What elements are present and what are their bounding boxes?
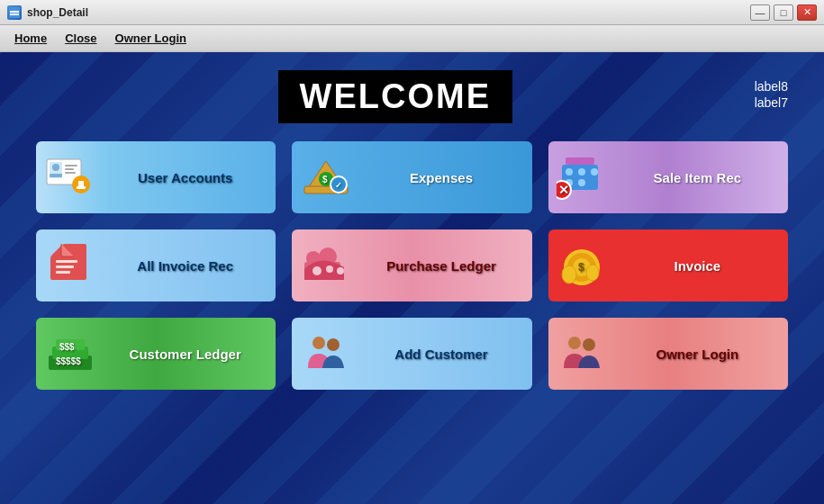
welcome-box: WELCOME (278, 70, 512, 123)
svg-point-23 (591, 168, 598, 176)
svg-rect-30 (56, 271, 70, 274)
svg-point-51 (583, 338, 595, 351)
user-accounts-button[interactable]: User Accounts (36, 141, 276, 213)
label7: label7 (755, 95, 788, 110)
customer-ledger-button[interactable]: $$$ $$$$$ Customer Ledger (36, 318, 276, 390)
window-title: shop_Detail (27, 6, 88, 19)
window-controls: — □ ✕ (750, 4, 817, 21)
menu-owner-login[interactable]: Owner Login (108, 29, 194, 48)
invoice-icon: $ (548, 230, 616, 302)
svg-rect-1 (10, 11, 19, 13)
svg-rect-7 (65, 165, 77, 166)
svg-text:$$$: $$$ (59, 342, 75, 352)
invoice-button[interactable]: $ Invoice (548, 230, 788, 302)
add-customer-label: Add Customer (359, 346, 531, 362)
all-invoice-rec-button[interactable]: All Invoice Rec (36, 230, 276, 302)
svg-rect-9 (65, 172, 76, 174)
add-customer-button[interactable]: Add Customer (292, 318, 531, 390)
button-grid: User Accounts $ ✓ Expenses (0, 132, 824, 399)
svg-point-21 (566, 168, 573, 176)
svg-rect-6 (50, 174, 62, 177)
svg-point-25 (578, 179, 585, 186)
purchase-ledger-button[interactable]: Purchase Ledger (292, 230, 531, 302)
title-bar: shop_Detail — □ ✕ (0, 0, 824, 25)
customer-ledger-icon: $$$ $$$$$ (36, 318, 104, 390)
minimize-button[interactable]: — (750, 4, 770, 21)
svg-point-48 (312, 337, 325, 349)
user-accounts-icon (36, 141, 104, 213)
purchase-ledger-label: Purchase Ledger (359, 258, 531, 274)
svg-point-50 (568, 337, 581, 349)
expenses-button[interactable]: $ ✓ Expenses (292, 141, 531, 213)
svg-text:$: $ (578, 261, 584, 274)
user-accounts-label: User Accounts (104, 170, 276, 185)
svg-rect-8 (65, 168, 74, 170)
svg-text:$: $ (322, 175, 328, 184)
svg-rect-28 (56, 260, 77, 263)
svg-point-42 (586, 265, 599, 281)
all-invoice-icon (36, 230, 104, 302)
owner-login-button[interactable]: Owner Login (548, 318, 788, 390)
menu-home[interactable]: Home (7, 29, 54, 48)
svg-text:✕: ✕ (558, 183, 569, 197)
invoice-label: Invoice (616, 258, 788, 274)
svg-point-36 (337, 267, 344, 274)
svg-point-34 (312, 266, 321, 275)
svg-point-5 (52, 164, 59, 171)
purchase-ledger-icon (292, 230, 359, 302)
close-button[interactable]: ✕ (797, 4, 817, 21)
sale-item-icon: ✕ (548, 141, 616, 213)
welcome-section: WELCOME label8 label7 (0, 52, 824, 132)
menu-close[interactable]: Close (58, 29, 104, 48)
svg-point-35 (326, 266, 333, 273)
sale-item-rec-label: Sale Item Rec (616, 170, 788, 185)
svg-rect-12 (77, 186, 86, 189)
svg-text:✓: ✓ (335, 181, 342, 190)
label8: label8 (755, 79, 788, 94)
owner-login-icon (548, 318, 616, 390)
main-content: WELCOME label8 label7 (0, 52, 824, 504)
svg-rect-29 (56, 266, 74, 268)
labels-section: label8 label7 (755, 70, 788, 110)
customer-ledger-label: Customer Ledger (104, 346, 276, 362)
svg-rect-19 (566, 158, 594, 165)
svg-rect-2 (10, 14, 19, 15)
owner-login-label: Owner Login (616, 346, 788, 362)
svg-text:$$$$$: $$$$$ (56, 356, 81, 366)
sale-item-rec-button[interactable]: ✕ Sale Item Rec (548, 141, 788, 213)
app-icon (7, 5, 22, 20)
svg-point-49 (327, 338, 340, 351)
menu-bar: Home Close Owner Login (0, 25, 824, 52)
svg-point-41 (562, 266, 576, 284)
expenses-label: Expenses (359, 170, 531, 185)
expenses-icon: $ ✓ (292, 141, 359, 213)
add-customer-icon (292, 318, 359, 390)
maximize-button[interactable]: □ (774, 4, 793, 21)
all-invoice-rec-label: All Invoice Rec (104, 258, 276, 274)
svg-point-22 (578, 168, 585, 176)
